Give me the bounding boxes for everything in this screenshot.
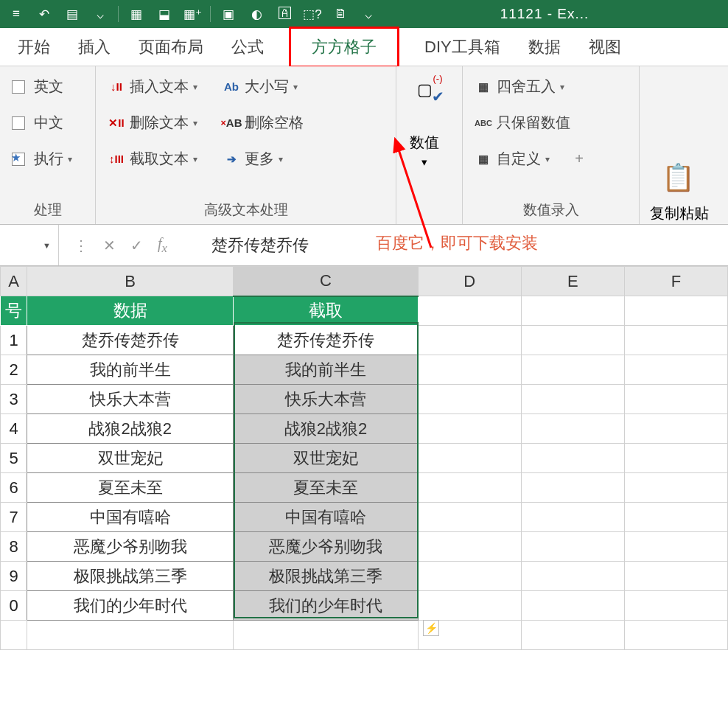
cell-c[interactable]: 楚乔传楚乔传 — [234, 326, 418, 355]
qat-dropdown-icon[interactable]: ⌵ — [88, 4, 112, 24]
keep-numeric-icon: ABC — [475, 116, 492, 130]
label-extract-text: 截取文本 — [130, 149, 189, 169]
cell-b[interactable]: 我们的少年时代 — [27, 591, 234, 621]
flash-fill-icon[interactable]: ⚡ — [423, 620, 439, 636]
formula-bar: ▼ ⋮ ✕ ✓ fx 楚乔传楚乔传 — [0, 225, 728, 266]
cell-a[interactable]: 6 — [1, 473, 27, 503]
execute-button[interactable]: 执行▾ — [10, 146, 74, 172]
numeric-icon: ▢(-)✔ — [407, 74, 442, 106]
table-row: 6夏至未至夏至未至 — [1, 473, 728, 503]
cell-b[interactable]: 恶魔少爷别吻我 — [27, 532, 234, 562]
group-label-textproc: 高级文本处理 — [106, 198, 385, 221]
tab-insert[interactable]: 插入 — [75, 29, 113, 66]
cell-a[interactable]: 8 — [1, 532, 27, 562]
cell-a[interactable]: 0 — [1, 591, 27, 621]
spreadsheet-grid[interactable]: A B C D E F 号 数据 截取 1楚乔传楚乔传楚乔传楚乔传2我的前半生我… — [0, 266, 728, 650]
label-execute: 执行 — [34, 149, 63, 169]
qat-table-icon[interactable]: ▦⁺ — [181, 4, 204, 24]
table-row: 8恶魔少爷别吻我恶魔少爷别吻我 — [1, 532, 728, 562]
formula-input[interactable]: 楚乔传楚乔传 — [197, 234, 728, 256]
cell-b[interactable]: 我的前半生 — [27, 355, 234, 385]
keep-numeric-button[interactable]: ABC只保留数值 — [473, 110, 585, 136]
checkbox-english[interactable]: 英文 — [10, 74, 74, 100]
custom-button[interactable]: ▦自定义▾ + — [473, 146, 585, 172]
numeric-button[interactable]: ▢(-)✔ 数值 ▾ — [407, 74, 442, 169]
label-delete-text: 删除文本 — [130, 113, 189, 133]
header-b[interactable]: 数据 — [27, 296, 234, 326]
more-button[interactable]: ➔更多▾ — [221, 146, 305, 172]
qat-menu-icon[interactable]: ≡ — [4, 4, 28, 24]
delete-space-button[interactable]: ×AB删除空格 — [221, 110, 305, 136]
cell-b[interactable]: 夏至未至 — [27, 473, 234, 503]
cell-c[interactable]: 战狼2战狼2 — [234, 414, 418, 444]
cell-b[interactable]: 楚乔传楚乔传 — [27, 326, 234, 355]
cell-a[interactable]: 4 — [1, 414, 27, 444]
qat-undo-icon[interactable]: ↶ — [32, 4, 56, 24]
label-english: 英文 — [34, 77, 63, 97]
cell-c[interactable]: 我的前半生 — [234, 355, 418, 385]
case-icon: Ab — [223, 80, 240, 94]
accept-formula-icon[interactable]: ✓ — [130, 237, 143, 254]
qat-box-icon[interactable]: ▣ — [217, 4, 240, 24]
round-button[interactable]: ▦四舍五入▾ — [473, 74, 585, 100]
tab-diy[interactable]: DIY工具箱 — [421, 29, 503, 66]
label-keep-numeric: 只保留数值 — [497, 113, 570, 133]
qat-grid-icon[interactable]: ▦ — [125, 4, 148, 24]
col-header-a[interactable]: A — [1, 267, 27, 296]
insert-text-button[interactable]: ↓II插入文本▾ — [106, 74, 199, 100]
qat-page-icon[interactable]: 🗎 — [329, 4, 352, 24]
tab-ffgz[interactable]: 方方格子 — [289, 27, 399, 68]
col-header-e[interactable]: E — [521, 267, 624, 296]
group-label-numinput: 数值录入 — [473, 198, 629, 221]
cell-c[interactable]: 夏至未至 — [234, 473, 418, 503]
clipboard-icon: 📋 — [662, 162, 697, 202]
fx-icon[interactable]: fx — [158, 235, 182, 256]
window-title: 11121 - Ex... — [500, 6, 589, 22]
qat-shapes-icon[interactable]: ◐ — [245, 4, 268, 24]
tab-formula[interactable]: 公式 — [228, 29, 267, 66]
copy-paste-button[interactable]: 📋 复制粘贴 — [650, 162, 709, 221]
cell-c[interactable]: 我们的少年时代 — [234, 591, 418, 621]
name-box[interactable]: ▼ — [0, 225, 59, 265]
cell-b[interactable]: 快乐大本营 — [27, 385, 234, 414]
cell-a[interactable]: 9 — [1, 562, 27, 591]
cell-c[interactable]: 恶魔少爷别吻我 — [234, 532, 418, 562]
qat-textbox-icon[interactable]: 🄰 — [273, 4, 296, 24]
tab-view[interactable]: 视图 — [586, 29, 624, 66]
cell-b[interactable]: 中国有嘻哈 — [27, 503, 234, 532]
label-more: 更多 — [245, 149, 274, 169]
table-row: 7中国有嘻哈中国有嘻哈 — [1, 503, 728, 532]
case-button[interactable]: Ab大小写▾ — [221, 74, 305, 100]
col-header-f[interactable]: F — [624, 267, 727, 296]
col-header-c[interactable]: C — [234, 267, 418, 296]
cell-a[interactable]: 3 — [1, 385, 27, 414]
cell-c[interactable]: 双世宠妃 — [234, 444, 418, 473]
delete-text-button[interactable]: ✕II删除文本▾ — [106, 110, 199, 136]
col-header-b[interactable]: B — [27, 267, 234, 296]
cell-b[interactable]: 战狼2战狼2 — [27, 414, 234, 444]
extract-text-button[interactable]: ↕III截取文本▾ — [106, 146, 199, 172]
cell-a[interactable]: 1 — [1, 326, 27, 355]
col-header-d[interactable]: D — [418, 267, 521, 296]
ribbon-tabs: 开始 插入 页面布局 公式 方方格子 DIY工具箱 数据 视图 — [0, 28, 728, 66]
qat-chart-icon[interactable]: ⬓ — [153, 4, 176, 24]
header-a[interactable]: 号 — [1, 296, 27, 326]
cancel-formula-icon[interactable]: ✕ — [103, 237, 116, 254]
header-c[interactable]: 截取 — [234, 296, 418, 326]
tab-pagelayout[interactable]: 页面布局 — [136, 29, 206, 66]
cell-c[interactable]: 中国有嘻哈 — [234, 503, 418, 532]
qat-more-icon[interactable]: ⌵ — [357, 4, 380, 24]
cell-b[interactable]: 双世宠妃 — [27, 444, 234, 473]
table-row: 9极限挑战第三季极限挑战第三季 — [1, 562, 728, 591]
qat-help-icon[interactable]: ⬚? — [301, 4, 324, 24]
tab-start[interactable]: 开始 — [15, 29, 53, 66]
cell-a[interactable]: 2 — [1, 355, 27, 385]
qat-save-icon[interactable]: ▤ — [60, 4, 84, 24]
cell-c[interactable]: 快乐大本营 — [234, 385, 418, 414]
cell-b[interactable]: 极限挑战第三季 — [27, 562, 234, 591]
cell-a[interactable]: 7 — [1, 503, 27, 532]
tab-data[interactable]: 数据 — [525, 29, 564, 66]
cell-a[interactable]: 5 — [1, 444, 27, 473]
cell-c[interactable]: 极限挑战第三季 — [234, 562, 418, 591]
checkbox-chinese[interactable]: 中文 — [10, 110, 74, 136]
